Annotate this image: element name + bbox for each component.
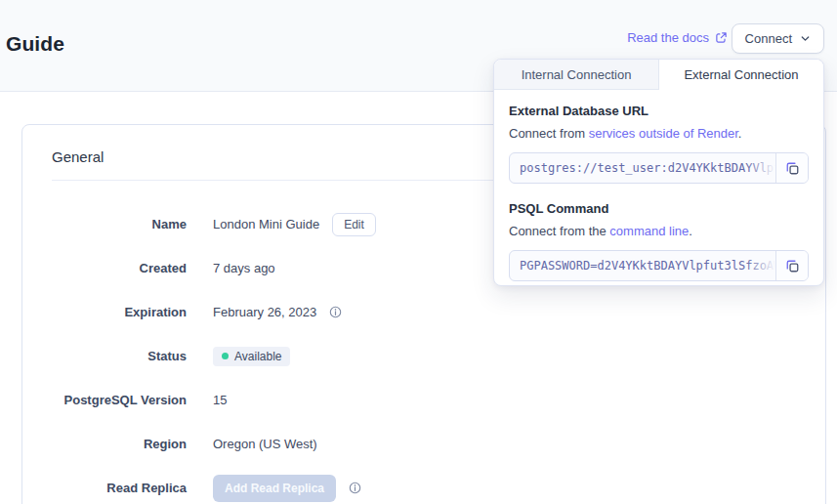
row-created-value: 7 days ago (213, 261, 275, 275)
row-read-replica-label: Read Replica (52, 481, 187, 495)
connection-tabs: Internal Connection External Connection (494, 60, 823, 90)
row-status: Status Available (22, 334, 825, 378)
chevron-down-icon (800, 33, 811, 44)
tab-internal-connection[interactable]: Internal Connection (494, 60, 659, 90)
database-page: Guide Read the docs Connect General (0, 0, 837, 504)
tab-external-connection[interactable]: External Connection (659, 60, 823, 90)
copy-icon (785, 161, 800, 176)
desc-text: Connect from (509, 126, 589, 141)
external-database-url-value[interactable]: postgres://test_user:d2V4YKktBDAYVlpfut3… (510, 153, 775, 183)
read-the-docs-label: Read the docs (627, 30, 709, 45)
external-database-url-desc: Connect from services outside of Render. (509, 126, 809, 141)
edit-name-button[interactable]: Edit (332, 213, 376, 236)
status-badge-label: Available (234, 350, 281, 363)
connect-popover: Internal Connection External Connection … (493, 59, 824, 286)
row-created-label: Created (52, 261, 187, 275)
row-region-label: Region (52, 437, 187, 451)
read-replica-info-icon[interactable] (349, 482, 361, 494)
row-expiration-label: Expiration (52, 305, 187, 319)
popover-body: External Database URL Connect from servi… (494, 90, 823, 297)
page-title: Guide (6, 32, 64, 56)
connect-button[interactable]: Connect (732, 23, 824, 54)
command-line-link[interactable]: command line (609, 224, 689, 238)
row-expiration-value: February 26, 2023 (213, 305, 316, 319)
expiration-info-icon[interactable] (329, 306, 342, 318)
row-postgres-version-label: PostgreSQL Version (52, 393, 187, 407)
row-postgres-version-value: 15 (213, 393, 227, 407)
row-status-label: Status (52, 349, 187, 363)
psql-command-desc: Connect from the command line. (509, 224, 809, 238)
row-region: Region Oregon (US West) (22, 422, 825, 466)
row-region-value: Oregon (US West) (213, 437, 317, 451)
external-database-url-field: postgres://test_user:d2V4YKktBDAYVlpfut3… (509, 152, 809, 184)
row-name-value: London Mini Guide (213, 217, 319, 231)
add-read-replica-button[interactable]: Add Read Replica (213, 475, 336, 502)
psql-command-field: PGPASSWORD=d2V4YKktBDAYVlpfut3lSfzoAWhwb… (509, 250, 809, 281)
row-name-label: Name (52, 217, 187, 231)
status-badge: Available (213, 347, 290, 366)
read-the-docs-link[interactable]: Read the docs (627, 30, 728, 45)
copy-external-url-button[interactable] (775, 153, 808, 183)
services-outside-render-link[interactable]: services outside of Render (589, 126, 738, 141)
connect-button-label: Connect (745, 31, 792, 46)
row-postgres-version: PostgreSQL Version 15 (22, 378, 825, 422)
external-database-url-heading: External Database URL (509, 104, 809, 118)
external-link-icon (715, 31, 728, 44)
psql-command-heading: PSQL Command (509, 201, 809, 216)
desc-text: Connect from the (509, 224, 609, 238)
status-dot-icon (222, 353, 229, 359)
psql-command-value[interactable]: PGPASSWORD=d2V4YKktBDAYVlpfut3lSfzoAWhwb… (510, 251, 775, 280)
copy-icon (785, 259, 800, 273)
copy-psql-command-button[interactable] (775, 251, 808, 280)
desc-text: . (738, 126, 742, 141)
desc-text: . (689, 224, 692, 238)
row-read-replica: Read Replica Add Read Replica (22, 466, 825, 504)
